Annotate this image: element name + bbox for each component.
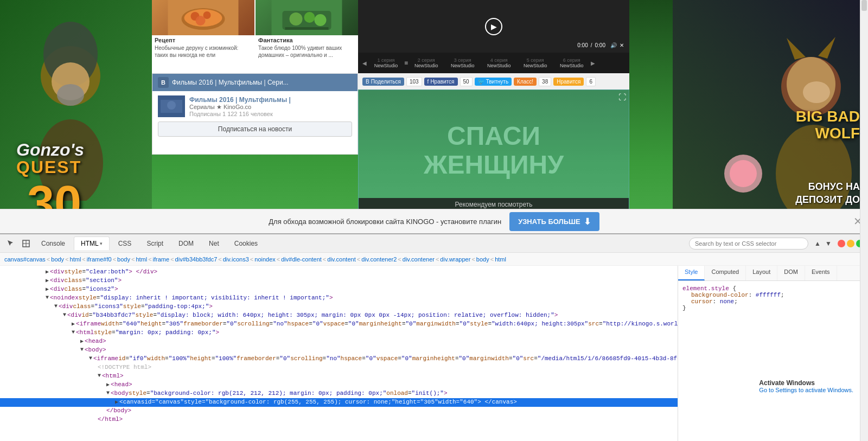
tab-script[interactable]: Script xyxy=(140,237,170,250)
html-line-7[interactable]: ▶ <iframe width="640" height="305" frame… xyxy=(0,320,678,329)
breadcrumb-body2[interactable]: body xyxy=(117,256,130,263)
episode-3[interactable]: 3 серия NewStudio xyxy=(448,57,477,68)
ok-button[interactable]: Класс! xyxy=(514,78,537,86)
video-player[interactable]: ▶ 0:00 / 0:00 🔊 ✕ xyxy=(358,0,629,53)
toggle-icon[interactable]: ▶ xyxy=(46,277,49,284)
html-line-1[interactable]: ▶ <div style="clear:both"> </div> xyxy=(0,268,678,277)
devtools-search-input[interactable] xyxy=(689,238,808,250)
breadcrumb-html1[interactable]: html xyxy=(70,256,81,263)
video-play-button[interactable]: ▶ xyxy=(485,18,502,35)
html-line-5[interactable]: ▼ <div class="icons3" style="padding-top… xyxy=(0,303,678,311)
vk-subscribe-button[interactable]: Подписаться на новости xyxy=(158,122,352,137)
tab-cookies[interactable]: Cookies xyxy=(228,237,264,250)
toggle-icon[interactable]: ▼ xyxy=(46,295,49,301)
right-scrollbar[interactable] xyxy=(860,0,868,441)
toggle-icon[interactable]: ▼ xyxy=(72,329,75,335)
breadcrumb-contener[interactable]: div.contener xyxy=(403,256,435,263)
episode-1[interactable]: 1 серия NewStudio xyxy=(371,57,401,68)
html-line-8[interactable]: ▼ <html style="margin: 0px; padding: 0px… xyxy=(0,329,678,337)
twitter-button[interactable]: 🐦 Твитнуть xyxy=(475,78,512,86)
breadcrumb-div-b3[interactable]: div#b34bb3fdc7 xyxy=(175,256,218,263)
style-selector: element.style xyxy=(682,285,729,292)
html-line-12[interactable]: <!DOCTYPE html> xyxy=(0,363,678,372)
styles-tab-events[interactable]: Events xyxy=(805,266,837,280)
tab-html[interactable]: HTML ▾ xyxy=(74,237,110,250)
html-tree-panel[interactable]: ▶ <div style="clear:both"> </div> ▶ <div… xyxy=(0,266,678,441)
html-line-11[interactable]: ▼ <iframe id="if0" width="100%" height="… xyxy=(0,355,678,363)
recipe-title-2: Фантастика xyxy=(256,35,358,44)
html-line-4[interactable]: ▼ <noindex style="display: inherit ! imp… xyxy=(0,294,678,303)
toggle-icon[interactable]: ▼ xyxy=(106,390,110,396)
tab-css[interactable]: CSS xyxy=(112,237,138,250)
html-line-18[interactable]: </html> xyxy=(0,416,678,424)
html-line-6[interactable]: ▼ <div id="b34bb3fdc7" style="display: b… xyxy=(0,311,678,320)
styles-tab-layout[interactable]: Layout xyxy=(746,266,777,280)
html-line-16-selected[interactable]: ▶ <canvas id="canvas" style="background-… xyxy=(0,398,678,407)
nav-up-arrow[interactable]: ▲ xyxy=(813,239,822,248)
html-line-15[interactable]: ▼ <body style="background-color: rgb(212… xyxy=(0,389,678,398)
devtools-close-red[interactable] xyxy=(838,240,845,247)
tab-console[interactable]: Console xyxy=(35,237,72,250)
toggle-icon[interactable]: ▼ xyxy=(63,312,66,318)
styles-tab-computed[interactable]: Computed xyxy=(705,266,746,280)
devtools-panel: Console HTML ▾ CSS Script DOM Net Cookie… xyxy=(0,233,868,441)
wolf-title: BIG BAD WOLF xyxy=(796,108,860,142)
devtools-close-yellow[interactable] xyxy=(847,240,854,247)
episode-4[interactable]: 4 серия NewStudio xyxy=(484,57,514,68)
toggle-icon[interactable]: ▶ xyxy=(46,269,49,275)
episode-5[interactable]: 5 серия NewStudio xyxy=(520,57,550,68)
breadcrumb-body3[interactable]: body xyxy=(476,256,489,263)
recipe-card-1[interactable]: Рецепт Необычные дерунy с изюминкой: так… xyxy=(152,0,254,73)
breadcrumb-wrapper[interactable]: div.wrapper xyxy=(440,256,470,263)
tab-net[interactable]: Net xyxy=(202,237,226,250)
ad-expand-icon[interactable]: ⛶ xyxy=(618,93,626,101)
vk-share-button[interactable]: В Поделиться xyxy=(362,78,404,86)
breadcrumb-content[interactable]: div.content xyxy=(327,256,355,263)
html-line-2[interactable]: ▶ <div class="section"> xyxy=(0,277,678,285)
tab-dom[interactable]: DOM xyxy=(172,237,200,250)
toggle-icon[interactable]: ▶ xyxy=(72,321,75,327)
breadcrumb-html3[interactable]: html xyxy=(495,256,506,263)
svg-point-27 xyxy=(730,160,757,187)
recipe-card-2[interactable]: Фантастика Такое блюдо 100% удивит ваших… xyxy=(256,0,358,73)
html-line-13[interactable]: ▼ <html> xyxy=(0,372,678,381)
video-area: ▶ 0:00 / 0:00 🔊 ✕ ◀ 1 серия NewStudio ■ … xyxy=(358,0,629,73)
toggle-icon[interactable]: ▶ xyxy=(106,381,110,388)
toggle-icon[interactable]: ▶ xyxy=(115,399,118,405)
html-line-3[interactable]: ▶ <div class="icons2"> xyxy=(0,285,678,294)
toggle-icon[interactable]: ▼ xyxy=(54,303,58,309)
breadcrumb-html2[interactable]: html xyxy=(136,256,147,263)
toggle-icon[interactable]: ▶ xyxy=(80,338,84,344)
breadcrumb-iframe[interactable]: iframe#f0 xyxy=(87,256,112,263)
vk-page-item[interactable]: Фильмы 2016 | Мультфильмы | Сериалы ★ Ki… xyxy=(152,91,358,122)
devtools-select-button[interactable] xyxy=(20,237,33,250)
fb-like-button[interactable]: f Нравится xyxy=(424,78,458,86)
html-line-9[interactable]: ▶ <head> xyxy=(0,337,678,346)
windows-activate-notice: Activate Windows Go to Settings to activ… xyxy=(752,375,860,398)
toggle-icon[interactable]: ▼ xyxy=(89,355,92,361)
scrollbar-thumb[interactable] xyxy=(861,0,867,11)
styles-tab-style[interactable]: Style xyxy=(678,266,705,280)
html-line-14[interactable]: ▶ <head> xyxy=(0,381,678,389)
download-icon: ⬇ xyxy=(584,216,591,227)
breadcrumb-body1[interactable]: body xyxy=(51,256,64,263)
breadcrumb-noindex[interactable]: noindex xyxy=(254,256,276,263)
ok2-button[interactable]: Нравится xyxy=(553,78,584,86)
breadcrumb-iframe2[interactable]: iframe xyxy=(153,256,170,263)
breadcrumb-dle-content[interactable]: div#dle-content xyxy=(281,256,322,263)
devtools-inspect-button[interactable] xyxy=(4,237,17,250)
breadcrumb-canvas[interactable]: canvas#canvas xyxy=(4,256,46,263)
html-line-10[interactable]: ▼ <body> xyxy=(0,346,678,355)
styles-tab-dom[interactable]: DOM xyxy=(777,266,805,280)
devtools-search-area xyxy=(689,238,808,250)
toggle-icon[interactable]: ▶ xyxy=(46,286,49,292)
info-bar-button[interactable]: УЗНАТЬ БОЛЬШЕ ⬇ xyxy=(509,212,599,231)
nav-down-arrow[interactable]: ▼ xyxy=(824,239,833,248)
breadcrumb-icons3[interactable]: div.icons3 xyxy=(223,256,249,263)
episode-6[interactable]: 6 серия NewStudio xyxy=(557,57,586,68)
breadcrumb-contener2[interactable]: div.contener2 xyxy=(361,256,397,263)
toggle-icon[interactable]: ▼ xyxy=(98,373,101,379)
html-line-17[interactable]: </body> xyxy=(0,407,678,416)
episode-2[interactable]: 2 серия NewStudio xyxy=(411,57,441,68)
toggle-icon[interactable]: ▼ xyxy=(80,347,84,353)
